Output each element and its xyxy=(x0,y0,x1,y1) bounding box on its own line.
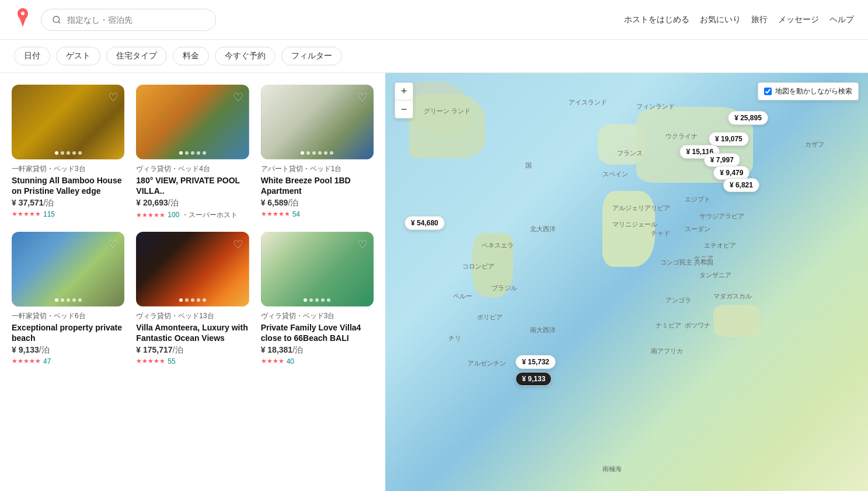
nav-trips[interactable]: 旅行 xyxy=(751,15,768,25)
listing-type: ヴィラ貸切・ベッド13台 xyxy=(136,311,249,321)
price-pin-5[interactable]: ¥ 6,821 xyxy=(723,178,759,192)
dot-indicator xyxy=(61,298,64,302)
dot-indicators xyxy=(12,298,124,302)
listing-image-beach: ♡ xyxy=(12,232,124,307)
listings-grid: ♡ 一軒家貸切・ベッド3台 Stunning All Bamboo House … xyxy=(12,85,374,365)
map-search-toggle[interactable]: 地図を動かしながら検索 xyxy=(758,82,859,100)
wishlist-heart-button[interactable]: ♡ xyxy=(357,90,368,105)
wishlist-heart-button[interactable]: ♡ xyxy=(357,238,368,252)
nav-help[interactable]: ヘルプ xyxy=(829,15,854,25)
price-pin-1[interactable]: ¥ 19,075 xyxy=(709,132,749,146)
listing-title: Villa Amonteera, Luxury with Fantastic O… xyxy=(136,322,249,343)
dot-indicator xyxy=(72,151,76,155)
listing-per-night: /泊 xyxy=(44,198,54,207)
listing-photo xyxy=(261,85,374,159)
zoom-in-button[interactable]: + xyxy=(395,83,413,100)
nav-messages[interactable]: メッセージ xyxy=(778,15,819,25)
wishlist-heart-button[interactable]: ♡ xyxy=(233,90,243,105)
listing-card-bamboo[interactable]: ♡ 一軒家貸切・ベッド3台 Stunning All Bamboo House … xyxy=(12,85,124,220)
zoom-out-button[interactable]: − xyxy=(395,100,413,118)
map-controls: + − xyxy=(395,82,413,119)
listing-type: アパート貸切・ベッド1台 xyxy=(261,164,374,174)
price-pin-3[interactable]: ¥ 7,997 xyxy=(704,153,740,167)
listing-title: 180° VIEW, PRIVATE POOL VILLA.. xyxy=(136,175,249,196)
map-land-namerica xyxy=(409,94,485,158)
filter-all[interactable]: フィルター xyxy=(281,47,342,65)
listing-price-amount: ¥ 20,693 xyxy=(136,198,168,207)
listing-price-amount: ¥ 37,571 xyxy=(12,198,44,207)
search-bar[interactable] xyxy=(41,9,216,31)
price-pin-6[interactable]: ¥ 54,680 xyxy=(405,216,445,230)
listing-type: 一軒家貸切・ベッド3台 xyxy=(12,164,124,174)
dot-indicator xyxy=(67,298,70,302)
search-input[interactable] xyxy=(67,15,201,25)
nav-host[interactable]: ホストをはじめる xyxy=(624,15,689,25)
listing-card-whitebreeze[interactable]: ♡ アパート貸切・ベッド1台 White Breeze Pool 1BD Apa… xyxy=(261,85,374,220)
nav-wishlist[interactable]: お気にいり xyxy=(700,15,741,25)
search-toggle-label: 地図を動かしながら検索 xyxy=(775,86,852,96)
filter-price[interactable]: 料金 xyxy=(173,47,209,65)
filter-instant[interactable]: 今すぐ予約 xyxy=(215,47,276,65)
price-pin-8[interactable]: ¥ 9,133 xyxy=(515,372,552,386)
price-pin-0[interactable]: ¥ 25,895 xyxy=(728,111,768,125)
listing-rating-count: 54 xyxy=(292,210,300,218)
wishlist-heart-button[interactable]: ♡ xyxy=(108,90,118,105)
listing-price-amount: ¥ 9,133 xyxy=(12,345,39,354)
svg-line-1 xyxy=(58,22,60,23)
dot-indicator xyxy=(304,298,307,302)
listing-image-villa180: ♡ xyxy=(136,85,249,159)
listing-stars: ★★★★ xyxy=(261,357,284,365)
map-label-18: 南アフリカ xyxy=(651,347,683,356)
listing-stars: ★★★★★ xyxy=(12,210,41,218)
dot-indicator xyxy=(203,151,206,155)
map-label-10: エジプト xyxy=(685,195,710,204)
map-label-29: チリ xyxy=(448,334,461,343)
map-label-32: 南大西洋 xyxy=(530,326,556,335)
dot-indicator xyxy=(191,298,194,302)
dot-indicator xyxy=(330,151,333,155)
map-label-33: 南極海 xyxy=(602,465,622,473)
filter-bar: 日付 ゲスト 住宅タイプ 料金 今すぐ予約 フィルター xyxy=(0,40,868,73)
dot-indicator xyxy=(309,298,313,302)
listing-card-villa180[interactable]: ♡ ヴィラ貸切・ベッド4台 180° VIEW, PRIVATE POOL VI… xyxy=(136,85,249,220)
filter-guests[interactable]: ゲスト xyxy=(56,47,100,65)
listing-per-night: /泊 xyxy=(288,198,298,207)
listing-rating: ★★★★★ 47 xyxy=(12,357,124,365)
dot-indicators xyxy=(12,151,124,155)
dot-indicator xyxy=(306,151,310,155)
dot-indicator xyxy=(301,151,304,155)
listing-card-familylove[interactable]: ♡ ヴィラ貸切・ベッド3台 Private Family Love Villa4… xyxy=(261,232,374,365)
search-toggle-checkbox[interactable] xyxy=(764,88,772,95)
listing-rating-count: 55 xyxy=(168,357,175,365)
listing-rating-count: 40 xyxy=(287,357,294,365)
listing-rating: ★★★★★ 115 xyxy=(12,210,124,218)
listing-price-amount: ¥ 6,589 xyxy=(261,198,288,207)
listing-card-amonteera[interactable]: ♡ ヴィラ貸切・ベッド13台 Villa Amonteera, Luxury w… xyxy=(136,232,249,365)
map-label-12: スーダン xyxy=(685,225,710,234)
dot-indicator xyxy=(78,151,82,155)
listing-card-beach[interactable]: ♡ 一軒家貸切・ベッド6台 Exceptional property priva… xyxy=(12,232,124,365)
filter-type[interactable]: 住宅タイプ xyxy=(106,47,167,65)
wishlist-heart-button[interactable]: ♡ xyxy=(233,238,243,252)
price-pin-4[interactable]: ¥ 9,479 xyxy=(713,166,750,180)
listing-rating: ★★★★★ 55 xyxy=(136,357,249,365)
listing-stars: ★★★★★ xyxy=(261,210,290,218)
dot-indicator xyxy=(78,298,82,302)
map-land-australia xyxy=(713,305,760,337)
listing-rating: ★★★★★ 54 xyxy=(261,210,374,218)
wishlist-heart-button[interactable]: ♡ xyxy=(108,238,118,252)
listing-stars: ★★★★★ xyxy=(136,357,165,365)
listing-rating: ★★★★★ 100 ・スーパーホスト xyxy=(136,210,249,220)
listing-type: ヴィラ貸切・ベッド3台 xyxy=(261,311,374,321)
search-icon xyxy=(52,15,61,25)
dot-indicator xyxy=(197,151,200,155)
header-nav: ホストをはじめる お気にいり 旅行 メッセージ ヘルプ xyxy=(624,15,854,25)
listing-title: Private Family Love Villa4 close to 66Be… xyxy=(261,322,374,343)
price-pin-7[interactable]: ¥ 15,732 xyxy=(515,355,556,369)
map-panel: グリーン ランドアイスランドフィンランドカザフウクライナフランススペイン国アルジ… xyxy=(385,73,868,491)
listing-price: ¥ 20,693/泊 xyxy=(136,198,249,208)
airbnb-logo[interactable] xyxy=(14,8,32,31)
dot-indicator xyxy=(67,151,70,155)
listing-stars: ★★★★★ xyxy=(136,211,165,219)
filter-date[interactable]: 日付 xyxy=(14,47,50,65)
